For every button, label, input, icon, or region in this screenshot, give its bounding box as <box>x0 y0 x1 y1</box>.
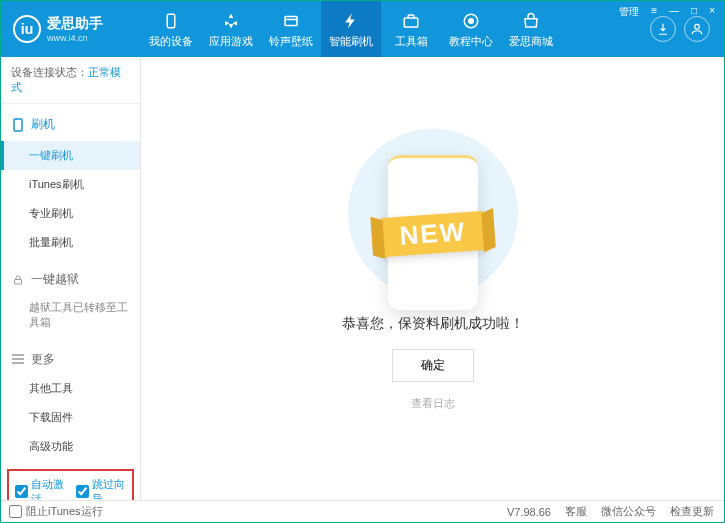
new-banner: NEW <box>380 210 485 256</box>
nav-tab-5[interactable]: 教程中心 <box>441 1 501 57</box>
win-control-4[interactable]: × <box>706 5 718 19</box>
svg-rect-3 <box>404 18 418 27</box>
version-label: V7.98.66 <box>507 506 551 518</box>
section-more[interactable]: 更多 <box>1 345 140 374</box>
nav-tab-0[interactable]: 我的设备 <box>141 1 201 57</box>
menu-icon <box>11 354 25 364</box>
view-log-link[interactable]: 查看日志 <box>411 396 455 411</box>
store-icon <box>520 10 542 32</box>
auto-activate-checkbox[interactable]: 自动激活 <box>15 477 66 500</box>
ok-button[interactable]: 确定 <box>392 349 474 382</box>
checkbox-row: 自动激活 跳过向导 <box>7 469 134 500</box>
footer-link-wechat[interactable]: 微信公众号 <box>601 504 656 519</box>
window-controls: 管理≡—□× <box>616 5 718 19</box>
header-actions <box>636 16 724 42</box>
jailbreak-note: 越狱工具已转移至工具箱 <box>1 294 140 337</box>
win-control-2[interactable]: — <box>666 5 682 19</box>
footer-link-support[interactable]: 客服 <box>565 504 587 519</box>
win-control-1[interactable]: ≡ <box>648 5 660 19</box>
logo-area: iu 爱思助手 www.i4.cn <box>1 15 141 43</box>
apps-icon <box>220 10 242 32</box>
footer: 阻止iTunes运行 V7.98.66 客服 微信公众号 检查更新 <box>1 500 724 522</box>
flash-item-3[interactable]: 批量刷机 <box>1 228 140 257</box>
app-url: www.i4.cn <box>47 33 103 43</box>
nav-tab-4[interactable]: 工具箱 <box>381 1 441 57</box>
nav-tab-3[interactable]: 智能刷机 <box>321 1 381 57</box>
logo-icon: iu <box>13 15 41 43</box>
nav-tab-6[interactable]: 爱思商城 <box>501 1 561 57</box>
nav-tab-2[interactable]: 铃声壁纸 <box>261 1 321 57</box>
section-jailbreak[interactable]: 一键越狱 <box>1 265 140 294</box>
success-message: 恭喜您，保资料刷机成功啦！ <box>342 315 524 333</box>
section-flash[interactable]: 刷机 <box>1 108 140 141</box>
more-item-0[interactable]: 其他工具 <box>1 374 140 403</box>
block-itunes-checkbox[interactable]: 阻止iTunes运行 <box>9 504 103 519</box>
download-icon[interactable] <box>650 16 676 42</box>
svg-rect-7 <box>14 119 22 131</box>
device-icon <box>160 10 182 32</box>
flash-item-0[interactable]: 一键刷机 <box>1 141 140 170</box>
ringtone-icon <box>280 10 302 32</box>
lock-icon <box>11 274 25 286</box>
svg-rect-0 <box>167 14 175 28</box>
more-item-1[interactable]: 下载固件 <box>1 403 140 432</box>
app-header: iu 爱思助手 www.i4.cn 我的设备应用游戏铃声壁纸智能刷机工具箱教程中… <box>1 1 724 57</box>
skip-guide-checkbox[interactable]: 跳过向导 <box>76 477 127 500</box>
main-content: NEW 恭喜您，保资料刷机成功啦！ 确定 查看日志 <box>141 57 724 500</box>
more-item-2[interactable]: 高级功能 <box>1 432 140 461</box>
svg-rect-1 <box>285 16 297 25</box>
toolbox-icon <box>400 10 422 32</box>
success-illustration: NEW <box>343 147 523 297</box>
sidebar: 设备连接状态：正常模式 刷机 一键刷机iTunes刷机专业刷机批量刷机 一键越狱… <box>1 57 141 500</box>
flash-icon <box>340 10 362 32</box>
flash-item-2[interactable]: 专业刷机 <box>1 199 140 228</box>
tutorial-icon <box>460 10 482 32</box>
svg-point-6 <box>695 24 700 29</box>
flash-item-1[interactable]: iTunes刷机 <box>1 170 140 199</box>
phone-icon <box>11 118 25 132</box>
app-title: 爱思助手 <box>47 15 103 33</box>
user-icon[interactable] <box>684 16 710 42</box>
nav-tabs: 我的设备应用游戏铃声壁纸智能刷机工具箱教程中心爱思商城 <box>141 1 636 57</box>
win-control-0[interactable]: 管理 <box>616 5 642 19</box>
svg-rect-8 <box>15 279 22 284</box>
nav-tab-1[interactable]: 应用游戏 <box>201 1 261 57</box>
win-control-3[interactable]: □ <box>688 5 700 19</box>
connection-status: 设备连接状态：正常模式 <box>1 57 140 104</box>
svg-point-5 <box>469 18 474 23</box>
footer-link-update[interactable]: 检查更新 <box>670 504 714 519</box>
